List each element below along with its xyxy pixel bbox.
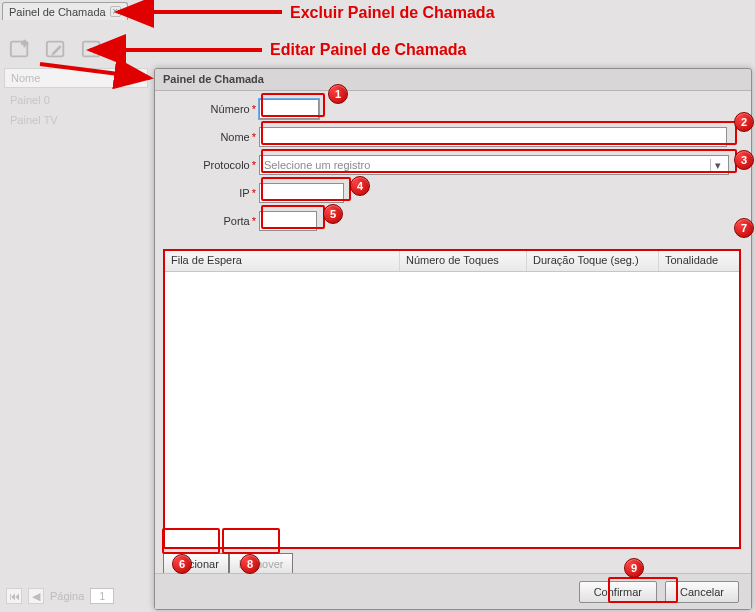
col-toques[interactable]: Número de Toques [400,251,527,271]
col-label: Número de Toques [406,254,499,266]
label-text: Protocolo [203,159,249,171]
button-label: Cancelar [680,586,724,598]
field-row-ip: IP* [167,183,739,203]
field-row-protocolo: Protocolo* Selecione um registro ▾ [167,155,739,175]
confirmar-button[interactable]: Confirmar [579,581,657,603]
first-icon: ⏮ [9,590,20,602]
root: Painel de Chamada × Nome Painel 0 Painel… [0,0,755,612]
col-label: Fila de Espera [171,254,242,266]
label-text: IP [239,187,249,199]
remover-button[interactable]: Remover [229,553,294,575]
select-placeholder: Selecione um registro [264,159,370,171]
chevron-down-icon: ▾ [710,159,724,172]
fila-grid-header: Fila de Espera Número de Toques Duração … [165,251,739,272]
svg-line-6 [40,64,150,78]
nome-input[interactable] [259,127,727,147]
annotation-badge: 8 [240,554,260,574]
label-ip: IP* [167,187,259,199]
badge-number: 7 [741,222,747,234]
pager-prev-button[interactable]: ◀ [28,588,44,604]
cancelar-button[interactable]: Cancelar [665,581,739,603]
badge-number: 9 [631,562,637,574]
dialog-painel-de-chamada: Painel de Chamada Número* Nome* Protocol… [154,68,752,610]
annotation-badge: 5 [323,204,343,224]
badge-number: 5 [330,208,336,220]
annotation-badge: 9 [624,558,644,578]
protocolo-select[interactable]: Selecione um registro ▾ [259,155,729,175]
annotation-badge: 2 [734,112,754,132]
badge-number: 6 [179,558,185,570]
label-text: Porta [223,215,249,227]
dialog-footer: Confirmar Cancelar [155,573,751,609]
badge-number: 1 [335,88,341,100]
porta-input[interactable] [259,211,317,231]
badge-number: 4 [357,180,363,192]
col-label: Duração Toque (seg.) [533,254,639,266]
pager-label: Página [50,590,84,602]
annotation-badge: 1 [328,84,348,104]
dialog-body: Número* Nome* Protocolo* Selecione um re… [155,91,751,571]
pager-page-input[interactable] [90,588,114,604]
label-nome: Nome* [167,131,259,143]
field-row-nome: Nome* [167,127,739,147]
badge-number: 8 [247,558,253,570]
label-porta: Porta* [167,215,259,227]
badge-number: 3 [741,154,747,166]
col-tonalidade[interactable]: Tonalidade [659,251,737,271]
label-text: Nome [220,131,249,143]
annotation-badge: 7 [734,218,754,238]
col-duracao[interactable]: Duração Toque (seg.) [527,251,659,271]
annotation-badge: 3 [734,150,754,170]
annotation-arrow [0,0,755,124]
prev-icon: ◀ [32,590,40,603]
field-row-porta: Porta* [167,211,739,231]
pager-first-button[interactable]: ⏮ [6,588,22,604]
ip-input[interactable] [259,183,344,203]
pager: ⏮ ◀ Página [6,588,114,604]
col-label: Tonalidade [665,254,718,266]
fila-grid: Fila de Espera Número de Toques Duração … [163,249,741,549]
badge-number: 2 [741,116,747,128]
annotation-badge: 4 [350,176,370,196]
button-label: Confirmar [594,586,642,598]
label-protocolo: Protocolo* [167,159,259,171]
annotation-badge: 6 [172,554,192,574]
col-fila[interactable]: Fila de Espera [165,251,400,271]
